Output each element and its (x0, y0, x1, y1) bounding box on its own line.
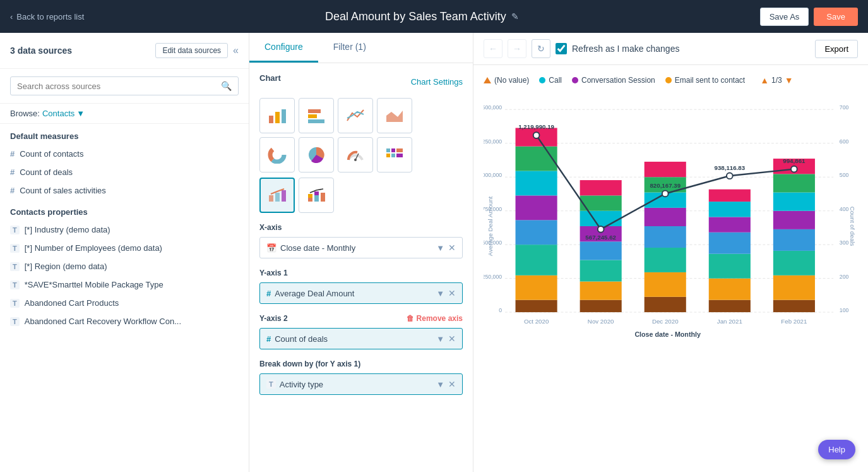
close-icon[interactable]: ✕ (448, 288, 456, 298)
property-region[interactable]: T [*] Region (demo data) (0, 257, 249, 275)
bar-dec-orange (645, 272, 686, 297)
svg-rect-22 (308, 198, 312, 202)
svg-rect-2 (282, 109, 286, 123)
save-as-button[interactable]: Save As (760, 8, 809, 26)
search-input[interactable] (17, 82, 221, 91)
hash-icon: # (10, 167, 15, 177)
legend-dot-icon (665, 77, 672, 83)
property-employees[interactable]: T [*] Number of Employees (demo data) (0, 239, 249, 257)
chart-type-grid (259, 98, 463, 172)
back-button[interactable]: ‹ Back to reports list (10, 12, 84, 21)
line-dot-oct (533, 132, 540, 138)
chart-settings-link[interactable]: Chart Settings (411, 77, 463, 87)
xaxis-value: Close date - Monthly (280, 243, 432, 253)
tab-configure[interactable]: Configure (249, 33, 318, 63)
browse-label: Browse: (10, 109, 40, 118)
remove-axis-button[interactable]: 🗑 Remove axis (407, 314, 463, 323)
svg-rect-23 (308, 194, 312, 198)
back-arrow-icon: ‹ (10, 12, 13, 21)
type-icon: T (10, 244, 20, 253)
line-dot-nov (598, 226, 604, 233)
browse-contacts-dropdown[interactable]: Contacts ▼ (42, 109, 85, 118)
bar-feb-teal (773, 251, 815, 275)
measure-count-sales-activities[interactable]: # Count of sales activities (0, 181, 249, 200)
chart-type-table[interactable] (377, 137, 412, 172)
svg-text:700: 700 (840, 104, 849, 111)
close-icon[interactable]: ✕ (448, 243, 456, 253)
bar-oct-purple (516, 195, 557, 220)
value-label-dec: 820,167.39 (650, 182, 681, 189)
chevron-down-icon: ▼ (436, 289, 444, 298)
yaxis1-dropdown[interactable]: # Average Deal Amount ▼ ✕ (259, 282, 463, 304)
chart-container: Average Deal Amount Count of deals 0 250… (484, 90, 858, 362)
sidebar-header: 3 data sources Edit data sources « (0, 33, 249, 69)
chevron-down-icon: ▼ (436, 334, 444, 344)
svg-text:1,250,000: 1,250,000 (484, 138, 502, 145)
yaxis2-dropdown[interactable]: # Count of deals ▼ ✕ (259, 328, 463, 349)
legend-no-value: (No value) (484, 76, 529, 85)
breakdown-section: Break down by (for Y axis 1) T Activity … (259, 360, 463, 395)
save-button[interactable]: Save (814, 8, 858, 26)
chart-type-line[interactable] (338, 98, 373, 133)
chart-section-title: Chart (259, 73, 281, 83)
xaxis-dropdown[interactable]: 📅 Close date - Monthly ▼ ✕ (259, 237, 463, 258)
chart-section: Chart Chart Settings (249, 63, 473, 405)
refresh-button[interactable]: ↻ (532, 39, 550, 58)
legend-email: Email sent to contact (665, 76, 745, 85)
value-label-jan: 938,116.83 (714, 164, 745, 171)
collapse-sidebar-button[interactable]: « (233, 45, 239, 56)
x-axis-title: Close date - Monthly (634, 330, 701, 338)
chart-type-area[interactable] (377, 98, 412, 133)
chart-type-hbar[interactable] (299, 98, 334, 133)
svg-text:750,000: 750,000 (484, 206, 502, 212)
svg-text:Average Deal Amount: Average Deal Amount (487, 197, 494, 257)
chart-svg: Average Deal Amount Count of deals 0 250… (484, 90, 858, 362)
measure-count-deals[interactable]: # Count of deals (0, 163, 249, 181)
bar-jan-pink (709, 190, 751, 202)
contacts-properties-title: Contacts properties (0, 200, 249, 221)
svg-rect-1 (275, 112, 280, 123)
chart-type-gauge[interactable] (338, 137, 373, 172)
bar-jan-orange (709, 279, 751, 300)
chart-type-stacked-combo[interactable] (299, 178, 334, 213)
type-icon: T (10, 299, 20, 308)
hash-icon: # (10, 186, 15, 195)
measure-count-contacts[interactable]: # Count of contacts (0, 145, 249, 163)
chart-type-pie[interactable] (299, 137, 334, 172)
tab-filter[interactable]: Filter (1) (318, 33, 381, 63)
refresh-checkbox[interactable] (556, 43, 567, 54)
chart-type-combo[interactable] (259, 178, 295, 213)
svg-text:0: 0 (499, 307, 502, 313)
property-abandoned-cart[interactable]: T Abandoned Cart Products (0, 294, 249, 312)
close-icon[interactable]: ✕ (448, 379, 456, 389)
edit-data-sources-button[interactable]: Edit data sources (155, 43, 228, 58)
browse-row: Browse: Contacts ▼ (0, 104, 249, 124)
property-industry[interactable]: T [*] Industry (demo data) (0, 221, 249, 239)
svg-rect-0 (269, 116, 273, 123)
property-abandoned-cart-recovery[interactable]: T Abandoned Cart Recovery Workflow Con..… (0, 312, 249, 330)
help-button[interactable]: Help (818, 440, 855, 459)
property-label: Abandoned Cart Recovery Workflow Con... (25, 317, 181, 326)
svg-rect-14 (391, 148, 395, 152)
triangle-down-icon: ▼ (785, 75, 794, 85)
yaxis1-value: Average Deal Amount (275, 289, 432, 298)
export-button[interactable]: Export (815, 40, 858, 58)
svg-rect-5 (308, 119, 324, 123)
bar-feb-orange (773, 275, 815, 300)
bar-dec-teal (645, 248, 686, 272)
edit-title-icon[interactable]: ✎ (511, 11, 519, 21)
refresh-label: Refresh as I make changes (572, 44, 679, 54)
chart-type-donut[interactable] (259, 137, 295, 172)
bar-oct-lteal (516, 171, 557, 196)
close-icon[interactable]: ✕ (448, 334, 456, 344)
bar-oct-teal (516, 245, 557, 275)
main-layout: 3 data sources Edit data sources « 🔍 Bro… (0, 33, 868, 472)
svg-rect-26 (321, 193, 325, 202)
chart-type-bar[interactable] (259, 98, 295, 133)
bar-feb-bottom (773, 300, 815, 312)
redo-button[interactable]: → (508, 39, 526, 58)
breakdown-dropdown[interactable]: T Activity type ▼ ✕ (259, 373, 463, 395)
property-mobile-package[interactable]: T *SAVE*Smarttel Mobile Package Type (0, 275, 249, 294)
undo-button[interactable]: ← (484, 39, 502, 58)
legend-triangle-icon (484, 77, 491, 83)
